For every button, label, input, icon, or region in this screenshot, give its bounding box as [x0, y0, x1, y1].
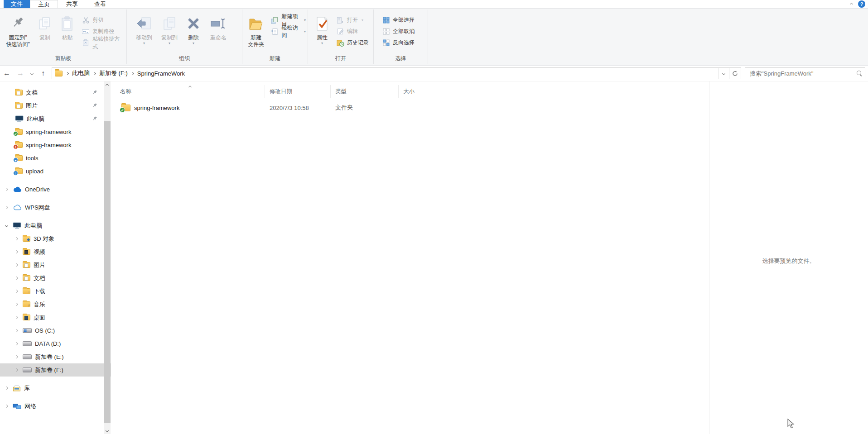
column-header-date-modified[interactable]: 修改日期 — [265, 85, 331, 98]
paste-shortcut-button[interactable]: 粘贴快捷方式 — [80, 37, 126, 48]
sidebar-item-this-pc[interactable]: 此电脑 — [0, 219, 111, 232]
sidebar-item-upload[interactable]: ↑ upload — [0, 165, 111, 178]
sidebar-item-data-d[interactable]: DATA (D:) — [0, 337, 111, 350]
properties-button[interactable]: 属性 ▾ — [313, 10, 332, 45]
copy-icon — [38, 14, 52, 33]
sidebar-item-pictures[interactable]: 图片 — [0, 99, 111, 112]
dropdown-caret: ▾ — [143, 42, 145, 45]
search-box — [745, 67, 865, 79]
chevron-right-icon[interactable] — [14, 264, 19, 266]
copy-button[interactable]: 复制 — [35, 10, 54, 41]
address-bar[interactable]: 此电脑 新加卷 (F:) SpringFrameWork — [52, 67, 729, 79]
rename-button[interactable]: 重命名 — [206, 10, 231, 41]
scroll-up-arrow[interactable] — [104, 81, 111, 89]
invert-selection-icon — [382, 39, 390, 46]
paste-button[interactable]: 粘贴 — [58, 10, 77, 41]
edit-button[interactable]: 编辑 — [334, 26, 371, 37]
group-label-organize: 组织 — [127, 53, 242, 65]
sidebar-item-libraries[interactable]: 库 — [0, 382, 111, 395]
sidebar-item-network[interactable]: 网络 — [0, 400, 111, 413]
breadcrumb-separator — [66, 72, 68, 75]
tab-file[interactable]: 文件 — [4, 0, 30, 8]
music-folder-icon: ♪ — [23, 301, 30, 307]
sidebar-item-wps-cloud[interactable]: WPS网盘 — [0, 201, 111, 214]
sidebar-item-documents-tree[interactable]: 文档 — [0, 272, 111, 285]
tab-share[interactable]: 共享 — [58, 0, 86, 8]
sidebar-item-onedrive[interactable]: OneDrive — [0, 183, 111, 196]
sidebar-item-documents[interactable]: 文档 — [0, 86, 111, 99]
move-to-button[interactable]: 移动到 ▾ — [132, 10, 156, 45]
group-label-select: 选择 — [374, 53, 428, 65]
chevron-right-icon[interactable] — [14, 238, 19, 240]
breadcrumb-drive-f[interactable]: 新加卷 (F:) — [97, 69, 130, 77]
pictures-folder-icon — [23, 262, 30, 268]
tab-view[interactable]: 查看 — [86, 0, 114, 8]
sidebar-item-desktop[interactable]: 桌面 — [0, 311, 111, 324]
chevron-right-icon[interactable] — [14, 343, 19, 345]
breadcrumb-springframework[interactable]: SpringFrameWork — [135, 70, 187, 77]
forward-button[interactable]: → — [14, 69, 27, 77]
dropdown-caret: ▾ — [304, 29, 306, 33]
sidebar-item-this-pc-pinned[interactable]: 此电脑 — [0, 112, 111, 125]
up-button[interactable]: ↑ — [36, 69, 50, 77]
chevron-right-icon[interactable] — [14, 356, 19, 358]
select-all-icon — [382, 17, 390, 24]
sidebar-item-music[interactable]: ♪ 音乐 — [0, 298, 111, 311]
select-none-button[interactable]: 全部取消 — [380, 26, 416, 37]
chevron-down-icon[interactable] — [4, 224, 10, 227]
column-header-type[interactable]: 类型 — [331, 85, 399, 98]
ribbon-group-new: 新建 文件夹 新建项目 ▾ — [242, 9, 308, 65]
sidebar-item-spring-framework-2[interactable]: ! spring-framework — [0, 138, 111, 152]
chevron-right-icon[interactable] — [14, 303, 19, 305]
sidebar-item-pictures-tree[interactable]: 图片 — [0, 258, 111, 272]
address-dropdown-button[interactable] — [718, 68, 729, 79]
chevron-right-icon[interactable] — [14, 329, 19, 332]
chevron-right-icon[interactable] — [14, 277, 19, 279]
easy-access-button[interactable]: 轻松访问 ▾ — [269, 26, 308, 37]
chevron-right-icon[interactable] — [14, 316, 19, 319]
chevron-right-icon[interactable] — [14, 251, 19, 253]
folder-checked-icon: ✓ — [121, 105, 130, 111]
history-button[interactable]: 历史记录 — [334, 37, 371, 48]
chevron-right-icon[interactable] — [4, 405, 10, 407]
column-header-size[interactable]: 大小 — [399, 85, 446, 98]
chevron-right-icon[interactable] — [4, 387, 10, 389]
sidebar-item-tools[interactable]: ● tools — [0, 152, 111, 165]
help-button[interactable]: ? — [858, 0, 865, 8]
ribbon-tab-bar: 文件 主页 共享 查看 ? — [0, 0, 868, 8]
sidebar-scrollbar[interactable] — [104, 81, 111, 434]
pin-to-quick-access-button[interactable]: 固定到" 快速访问" — [4, 10, 32, 48]
sidebar-item-os-c[interactable]: OS (C:) — [0, 324, 111, 337]
delete-button[interactable]: 删除 ▾ — [183, 10, 204, 45]
open-button[interactable]: 打开 ▾ — [334, 14, 371, 26]
copy-to-button[interactable]: 复制到 ▾ — [158, 10, 181, 45]
sidebar-item-videos[interactable]: 视频 — [0, 245, 111, 258]
chevron-right-icon[interactable] — [4, 206, 10, 209]
sidebar-item-downloads[interactable]: ↓ 下载 — [0, 285, 111, 298]
scroll-down-arrow[interactable] — [104, 427, 111, 434]
group-label-open: 打开 — [308, 53, 373, 65]
chevron-up-icon — [850, 2, 853, 5]
breadcrumb-this-pc[interactable]: 此电脑 — [70, 69, 92, 77]
refresh-button[interactable] — [729, 67, 741, 79]
sidebar-item-volume-e[interactable]: 新加卷 (E:) — [0, 350, 111, 363]
cut-button[interactable]: 剪切 — [80, 14, 126, 26]
back-button[interactable]: ← — [0, 69, 14, 77]
collapse-ribbon-button[interactable] — [850, 3, 853, 5]
select-all-button[interactable]: 全部选择 — [380, 14, 416, 26]
file-row-spring-framework[interactable]: ✓ spring-framework 2020/7/3 10:58 文件夹 — [111, 101, 709, 114]
chevron-right-icon[interactable] — [14, 290, 19, 292]
tab-home[interactable]: 主页 — [30, 0, 58, 8]
invert-selection-button[interactable]: 反向选择 — [380, 37, 416, 48]
new-folder-button[interactable]: 新建 文件夹 — [245, 10, 267, 48]
chevron-right-icon[interactable] — [14, 369, 19, 371]
sidebar-item-volume-f[interactable]: 新加卷 (F:) — [0, 363, 111, 377]
chevron-right-icon[interactable] — [4, 188, 10, 191]
edit-icon — [336, 28, 344, 35]
scrollbar-thumb[interactable] — [104, 121, 111, 423]
recent-locations-button[interactable] — [27, 72, 36, 75]
search-input[interactable] — [750, 70, 857, 77]
pin-icon — [92, 90, 97, 95]
sidebar-item-spring-framework-1[interactable]: ✓ spring-framework — [0, 125, 111, 138]
sidebar-item-3d-objects[interactable]: ◆ 3D 对象 — [0, 232, 111, 245]
